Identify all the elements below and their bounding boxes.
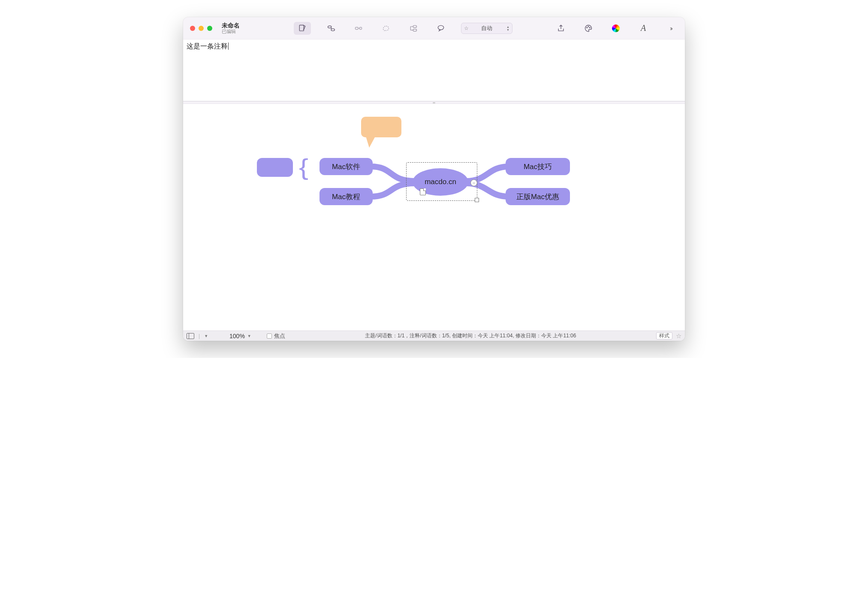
color-wheel-icon xyxy=(612,24,620,32)
empty-node[interactable] xyxy=(257,158,293,177)
fullscreen-window-button[interactable] xyxy=(207,26,212,31)
window-subtitle: 已编辑 xyxy=(222,29,240,34)
star-icon: ☆ xyxy=(464,25,469,31)
palette-button[interactable] xyxy=(581,22,596,35)
resize-handle[interactable] xyxy=(475,198,479,202)
svg-point-8 xyxy=(587,27,588,28)
svg-rect-6 xyxy=(413,29,416,31)
svg-point-10 xyxy=(590,27,591,28)
chevron-down-icon[interactable]: ▼ xyxy=(204,334,208,338)
callout-bubble[interactable] xyxy=(361,117,401,137)
focus-checkbox[interactable] xyxy=(267,333,272,339)
toolbar-center: ☆ 自动 ▲▼ xyxy=(294,22,512,35)
status-bar: | ▼ 100% ▼ 焦点 主题/词语数：1/1，注释/词语数：1/5, 创建时… xyxy=(183,330,685,341)
status-left: | ▼ xyxy=(187,333,208,339)
svg-point-7 xyxy=(438,25,443,30)
chevron-down-icon: ▼ xyxy=(247,334,251,338)
svg-rect-3 xyxy=(356,27,359,29)
share-button[interactable] xyxy=(554,22,568,35)
focus-label: 焦点 xyxy=(274,332,285,340)
stepper-arrows-icon: ▲▼ xyxy=(506,25,509,31)
connectors xyxy=(183,104,685,330)
close-window-button[interactable] xyxy=(190,26,195,31)
note-tool-button[interactable] xyxy=(294,22,311,35)
add-sibling-button[interactable] xyxy=(351,22,366,35)
svg-rect-5 xyxy=(413,25,416,27)
callout-tail xyxy=(366,136,375,148)
toolbar: 未命名 已编辑 ☆ 自动 xyxy=(183,17,685,39)
separator: | xyxy=(199,333,200,339)
node-mac-tips[interactable]: Mac技巧 xyxy=(506,158,570,175)
color-picker-button[interactable] xyxy=(609,22,623,35)
font-button[interactable]: A xyxy=(636,22,651,35)
status-info: 主题/词语数：1/1，注释/词语数：1/5, 创建时间：今天 上午11:04, … xyxy=(289,332,652,339)
minimize-window-button[interactable] xyxy=(199,26,204,31)
svg-point-9 xyxy=(588,26,589,27)
lasso-tool-button[interactable] xyxy=(379,22,393,35)
more-tools-button[interactable]: ›› xyxy=(663,22,678,35)
add-child-button[interactable] xyxy=(324,22,338,35)
window-title-block: 未命名 已编辑 xyxy=(222,22,240,34)
chevrons-right-icon: ›› xyxy=(670,24,672,32)
note-text: 这是一条注释 xyxy=(187,42,229,50)
svg-rect-4 xyxy=(360,27,362,29)
mindmap-canvas[interactable]: { Mac软件 Mac教程 macdo.cn − Mac技巧 正版Mac优惠 xyxy=(183,104,685,330)
note-attachment-icon[interactable] xyxy=(420,188,426,195)
group-tool-button[interactable] xyxy=(406,22,421,35)
toolbar-right: A ›› xyxy=(554,22,678,35)
collapse-toggle[interactable]: − xyxy=(470,179,477,186)
status-right: 样式 ☆ xyxy=(656,332,681,340)
layout-select-label: 自动 xyxy=(481,24,492,32)
callout-tool-button[interactable] xyxy=(434,22,448,35)
traffic-lights xyxy=(190,26,212,31)
style-button[interactable]: 样式 xyxy=(656,332,672,339)
brace-icon: { xyxy=(299,154,308,180)
focus-toggle[interactable]: 焦点 xyxy=(267,332,285,340)
zoom-value: 100% xyxy=(229,333,245,339)
sidebar-toggle-button[interactable] xyxy=(187,333,194,339)
node-mac-deals[interactable]: 正版Mac优惠 xyxy=(506,188,570,205)
node-mac-tutorial[interactable]: Mac教程 xyxy=(319,188,373,205)
layout-select[interactable]: ☆ 自动 ▲▼ xyxy=(461,23,512,34)
window-title: 未命名 xyxy=(222,22,240,29)
svg-rect-0 xyxy=(299,25,304,30)
node-mac-software[interactable]: Mac软件 xyxy=(319,158,373,175)
favorite-star-icon[interactable]: ☆ xyxy=(676,332,681,340)
zoom-control[interactable]: 100% ▼ xyxy=(229,333,251,339)
note-editor[interactable]: 这是一条注释 xyxy=(183,39,685,101)
app-window: 未命名 已编辑 ☆ 自动 xyxy=(183,17,685,341)
